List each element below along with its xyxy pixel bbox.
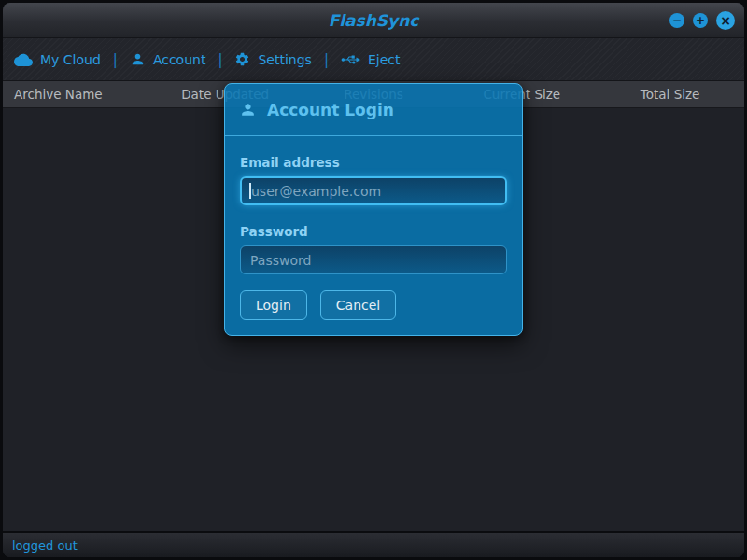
toolbar-item-label: Settings	[258, 52, 311, 67]
column-header-archive-name[interactable]: Archive Name	[3, 87, 151, 102]
toolbar-item-label: My Cloud	[40, 52, 101, 67]
maximize-icon: +	[696, 15, 705, 26]
user-icon	[130, 51, 146, 67]
toolbar-item-settings[interactable]: Settings	[234, 51, 311, 67]
text-caret	[249, 183, 251, 199]
toolbar-item-label: Eject	[368, 52, 401, 67]
toolbar-separator: |	[218, 51, 222, 68]
email-field-wrap	[240, 176, 507, 205]
toolbar-item-eject[interactable]: Eject	[341, 52, 401, 67]
usb-eject-icon	[341, 53, 360, 66]
dialog-buttons: Login Cancel	[240, 290, 507, 320]
toolbar-separator: |	[113, 51, 118, 68]
email-label: Email address	[240, 155, 507, 170]
close-button[interactable]: ×	[716, 11, 735, 30]
toolbar-separator: |	[324, 51, 329, 68]
status-text: logged out	[12, 539, 78, 553]
title-bar: FlashSync − + ×	[3, 3, 744, 38]
window-controls: − + ×	[669, 3, 735, 37]
toolbar-item-account[interactable]: Account	[130, 51, 206, 67]
dialog-title: Account Login	[267, 101, 394, 119]
minimize-button[interactable]: −	[669, 13, 684, 28]
maximize-button[interactable]: +	[693, 13, 708, 28]
close-icon: ×	[720, 14, 731, 27]
toolbar-item-label: Account	[153, 52, 206, 67]
window-title: FlashSync	[3, 11, 744, 30]
dialog-header: Account Login	[225, 84, 522, 136]
gear-icon	[234, 51, 250, 67]
account-login-dialog: Account Login Email address Password Log…	[224, 83, 523, 336]
user-icon	[239, 101, 257, 119]
toolbar: My Cloud | Account | Settings |	[3, 38, 744, 81]
password-field-wrap	[240, 245, 507, 274]
login-button[interactable]: Login	[240, 290, 307, 320]
app-window: FlashSync − + × My Cloud | Account	[3, 3, 744, 557]
email-field[interactable]	[240, 176, 507, 205]
password-field[interactable]	[240, 245, 507, 274]
status-bar: logged out	[3, 531, 744, 557]
cancel-button[interactable]: Cancel	[320, 290, 396, 320]
minimize-icon: −	[672, 15, 682, 26]
column-header-total-size[interactable]: Total Size	[596, 87, 744, 102]
toolbar-item-my-cloud[interactable]: My Cloud	[14, 52, 101, 67]
password-label: Password	[240, 224, 507, 239]
cloud-icon	[14, 52, 33, 66]
dialog-body: Email address Password Login Cancel	[225, 136, 522, 320]
